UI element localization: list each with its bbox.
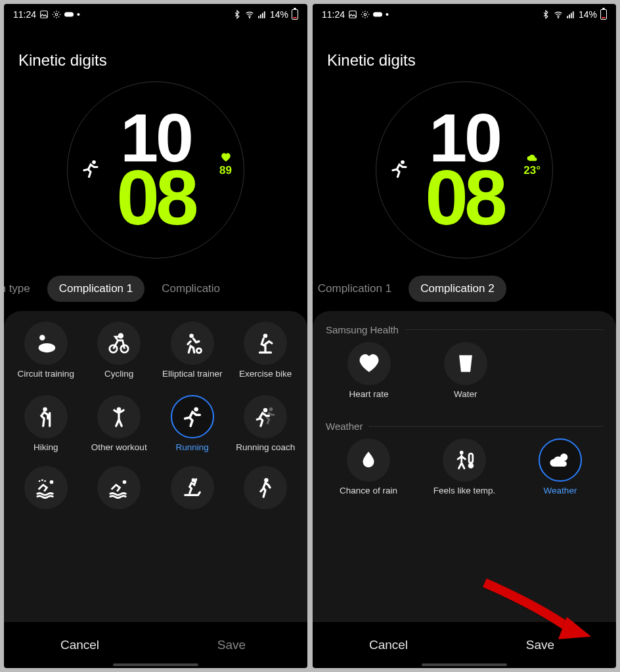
dot-icon: • <box>386 9 389 20</box>
option-label: Running coach <box>234 442 296 463</box>
tab-complication-type[interactable]: lication type <box>4 276 42 302</box>
running-icon <box>171 395 214 438</box>
save-button[interactable]: Save <box>156 622 307 668</box>
cloud-icon <box>525 152 539 163</box>
tab-complication-2[interactable]: Complicatio <box>150 276 232 302</box>
svg-point-38 <box>460 451 464 455</box>
option-circuit-training[interactable]: Circuit training <box>11 322 81 390</box>
option-label: Hiking <box>32 442 60 463</box>
phone-screen-1: 11:24 • 14% Kinetic digits 10 08 89 <box>4 4 307 668</box>
option-partial[interactable] <box>157 466 228 509</box>
battery-icon <box>600 9 607 20</box>
battery-icon <box>292 9 298 20</box>
options-panel[interactable]: Circuit trainingCyclingElliptical traine… <box>4 311 307 622</box>
option-label: Exercise bike <box>238 369 293 390</box>
svg-point-25 <box>44 480 46 482</box>
tab-complication-1[interactable]: Complication 1 <box>47 276 144 302</box>
option-label: Cycling <box>103 369 135 390</box>
option-other-workout[interactable]: Other workout <box>84 395 155 463</box>
complication-left-running-icon <box>389 159 409 181</box>
cancel-button[interactable]: Cancel <box>4 622 156 668</box>
option-hiking[interactable]: Hiking <box>11 395 81 463</box>
clock: 11:24 <box>322 9 345 20</box>
complication-right: 23° <box>523 152 541 177</box>
status-bar: 11:24 • 14% <box>313 4 616 22</box>
svg-rect-35 <box>571 13 572 18</box>
svg-point-40 <box>468 463 474 469</box>
svg-point-19 <box>194 407 198 411</box>
option-label: Elliptical trainer <box>161 369 224 390</box>
home-indicator[interactable] <box>113 663 198 666</box>
cancel-button[interactable]: Cancel <box>313 622 464 668</box>
option-running-coach[interactable]: Running coach <box>231 395 301 463</box>
walk-icon <box>244 466 287 509</box>
home-indicator[interactable] <box>422 663 507 666</box>
svg-point-1 <box>55 13 58 16</box>
water-icon <box>444 342 487 385</box>
footer-buttons: Cancel Save <box>313 622 616 668</box>
svg-rect-4 <box>258 16 259 18</box>
dot-icon: • <box>77 9 80 20</box>
watch-minute: 08 <box>116 166 194 230</box>
watchface-preview: 10 08 23° <box>313 79 616 269</box>
svg-point-21 <box>263 408 268 413</box>
option-label: Running <box>175 442 210 463</box>
option-label: Circuit training <box>16 369 76 390</box>
gear-icon <box>52 10 61 19</box>
svg-point-18 <box>117 407 122 411</box>
svg-point-20 <box>269 408 273 411</box>
page-title: Kinetic digits <box>4 22 307 79</box>
clock: 11:24 <box>13 9 36 20</box>
complication-tabs[interactable]: on type Complication 1 Complication 2 <box>313 269 616 311</box>
svg-point-26 <box>123 480 127 484</box>
option-cycling[interactable]: Cycling <box>84 322 155 390</box>
option-partial[interactable] <box>84 466 155 509</box>
complication-tabs[interactable]: lication type Complication 1 Complicatio <box>4 269 307 311</box>
option-label: Heart rate <box>348 389 390 410</box>
svg-point-32 <box>558 17 558 18</box>
svg-rect-6 <box>262 13 263 18</box>
svg-point-16 <box>263 333 268 338</box>
footer-buttons: Cancel Save <box>4 622 307 668</box>
cycling-icon <box>97 322 141 365</box>
option-exercise-bike[interactable]: Exercise bike <box>231 322 301 390</box>
weather-icon <box>539 438 582 482</box>
weather-value: 23° <box>523 164 541 177</box>
option-elliptical-trainer[interactable]: Elliptical trainer <box>157 322 228 390</box>
wifi-icon <box>245 10 254 19</box>
complication-left-running-icon <box>81 159 100 181</box>
option-water[interactable]: Water <box>418 342 512 410</box>
option-chance-of-rain[interactable]: Chance of rain <box>322 438 415 507</box>
elliptical-trainer-icon <box>171 322 214 365</box>
option-partial[interactable] <box>231 466 301 509</box>
watchface-preview: 10 08 89 <box>4 79 307 269</box>
save-button[interactable]: Save <box>464 622 616 668</box>
tab-complication-1[interactable]: Complication 1 <box>313 276 403 302</box>
running-coach-icon <box>244 395 287 438</box>
battery-pct: 14% <box>270 9 288 20</box>
tab-complication-2[interactable]: Complication 2 <box>409 276 506 302</box>
options-panel[interactable]: Samsung Health Heart rateWater Weather C… <box>313 311 616 622</box>
bluetooth-icon <box>541 10 550 19</box>
complication-right: 89 <box>219 152 232 177</box>
image-icon <box>348 10 357 19</box>
option-weather[interactable]: Weather <box>514 438 607 507</box>
option-partial[interactable] <box>11 466 81 509</box>
svg-point-17 <box>43 407 47 411</box>
wifi-icon <box>554 10 563 19</box>
svg-rect-36 <box>573 11 574 18</box>
svg-rect-33 <box>567 16 568 18</box>
option-heart-rate[interactable]: Heart rate <box>322 342 416 410</box>
option-label: Other workout <box>90 442 148 463</box>
svg-point-22 <box>49 480 53 484</box>
watch-minute: 08 <box>425 166 503 230</box>
exercise-bike-icon <box>244 322 287 365</box>
feels-like-temp--icon <box>443 438 486 482</box>
option-label: Weather <box>542 486 579 507</box>
pill-icon <box>373 10 382 19</box>
option-feels-like-temp-[interactable]: Feels like temp. <box>418 438 511 507</box>
circuit-training-icon <box>24 322 68 365</box>
option-label: Chance of rain <box>338 486 399 507</box>
svg-point-24 <box>41 479 43 481</box>
option-running[interactable]: Running <box>157 395 228 463</box>
